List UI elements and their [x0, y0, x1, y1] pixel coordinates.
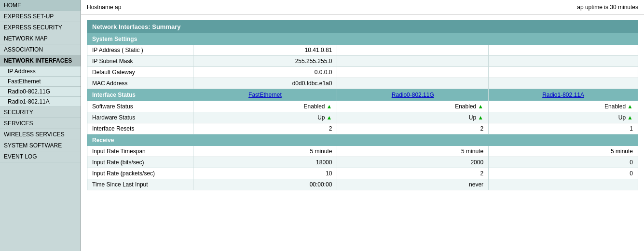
row-value-col3: Up▲	[489, 112, 638, 123]
system-settings-header: System Settings	[87, 33, 638, 45]
hostname-label: Hostname	[87, 4, 113, 11]
network-interfaces-table: Network Interfaces: Summary System Setti…	[87, 20, 638, 190]
sidebar-item-event-log[interactable]: EVENT LOG	[0, 151, 81, 162]
row-label: Input Rate Timespan	[87, 146, 193, 157]
table-row: Default Gateway 0.0.0.0	[87, 67, 638, 78]
row-value-col2: Enabled▲	[337, 101, 489, 112]
row-value-col2: 5 minute	[337, 146, 489, 157]
sidebar-item-home[interactable]: HOME	[0, 0, 81, 11]
row-value-col1: 00:00:00	[193, 179, 337, 190]
row-label: Default Gateway	[87, 67, 193, 78]
row-label: Input Rate (packets/sec)	[87, 168, 193, 179]
row-value-col1: 255.255.255.0	[193, 56, 337, 67]
table-row: IP Address ( Static ) 10.41.0.81	[87, 45, 638, 56]
row-value-col2: Up▲	[337, 112, 489, 123]
row-label: IP Subnet Mask	[87, 56, 193, 67]
table-row: Software Status Enabled▲ Enabled▲ Enable…	[87, 101, 638, 112]
up-arrow-icon: ▲	[327, 114, 332, 121]
row-value-col2: 2000	[337, 157, 489, 168]
table-row: Time Since Last Input 00:00:00 never	[87, 179, 638, 190]
table-row: IP Subnet Mask 255.255.255.0	[87, 56, 638, 67]
row-value-col2	[337, 45, 489, 56]
row-label: Hardware Status	[87, 112, 193, 123]
content-area: Network Interfaces: Summary System Setti…	[81, 15, 644, 251]
table-row: MAC Address d0d0.fdbc.e1a0	[87, 78, 638, 89]
row-value-col3: Enabled▲	[489, 101, 638, 112]
up-arrow-icon: ▲	[627, 103, 633, 110]
fastethernet-link[interactable]: FastEthernet	[248, 92, 282, 98]
uptime: ap uptime is 30 minutes	[577, 4, 638, 11]
hostname-value: ap	[115, 4, 121, 11]
sidebar-item-express-setup[interactable]: EXPRESS SET-UP	[0, 11, 81, 22]
table-row: Input Rate Timespan 5 minute 5 minute 5 …	[87, 146, 638, 157]
radio1-link[interactable]: Radio1-802.11A	[542, 92, 584, 98]
sidebar: HOMEEXPRESS SET-UPEXPRESS SECURITYNETWOR…	[0, 0, 81, 251]
up-arrow-icon: ▲	[627, 114, 633, 121]
sidebar-item-security[interactable]: SECURITY	[0, 107, 81, 118]
radio0-link[interactable]: Radio0-802.11G	[392, 92, 434, 98]
row-value-col3	[489, 78, 638, 89]
interface-status-header: Interface Status	[87, 89, 193, 101]
row-value-col3: 5 minute	[489, 146, 638, 157]
sidebar-item-association[interactable]: ASSOCIATION	[0, 44, 81, 55]
row-value-col1: 18000	[193, 157, 337, 168]
up-arrow-icon: ▲	[478, 114, 483, 121]
row-value-col1: 5 minute	[193, 146, 337, 157]
row-value-col1: d0d0.fdbc.e1a0	[193, 78, 337, 89]
sidebar-item-network-interfaces[interactable]: NETWORK INTERFACES	[0, 55, 81, 66]
sidebar-item-system-software[interactable]: SYSTEM SOFTWARE	[0, 140, 81, 151]
row-label: MAC Address	[87, 78, 193, 89]
row-value-col2	[337, 56, 489, 67]
up-arrow-icon: ▲	[327, 103, 332, 110]
row-value-col1: 10	[193, 168, 337, 179]
row-label: Software Status	[87, 101, 193, 112]
sidebar-item-services[interactable]: SERVICES	[0, 118, 81, 129]
row-value-col2: 2	[337, 168, 489, 179]
row-value-col2: never	[337, 179, 489, 190]
row-value-col2	[337, 67, 489, 78]
row-label: IP Address ( Static )	[87, 45, 193, 56]
row-value-col3	[489, 56, 638, 67]
receive-header: Receive	[87, 134, 638, 146]
sidebar-item-express-security[interactable]: EXPRESS SECURITY	[0, 22, 81, 33]
row-value-col1: Enabled▲	[193, 101, 337, 112]
row-value-col3	[489, 179, 638, 190]
col-radio0[interactable]: Radio0-802.11G	[337, 89, 489, 101]
col-fastethernet[interactable]: FastEthernet	[193, 89, 337, 101]
page-header: Hostname ap ap uptime is 30 minutes	[81, 0, 644, 15]
table-row: Input Rate (bits/sec) 18000 2000 0	[87, 157, 638, 168]
row-value-col3	[489, 67, 638, 78]
row-value-col1: Up▲	[193, 112, 337, 123]
sidebar-subitem-fastethernet[interactable]: FastEthernet	[0, 77, 81, 87]
row-value-col3: 0	[489, 157, 638, 168]
row-label: Input Rate (bits/sec)	[87, 157, 193, 168]
col-radio1[interactable]: Radio1-802.11A	[489, 89, 638, 101]
row-value-col1: 10.41.0.81	[193, 45, 337, 56]
table-title: Network Interfaces: Summary	[87, 20, 638, 34]
sidebar-subitem-ip-address[interactable]: IP Address	[0, 66, 81, 77]
row-value-col3	[489, 45, 638, 56]
sidebar-item-network-map[interactable]: NETWORK MAP	[0, 33, 81, 44]
up-arrow-icon: ▲	[478, 103, 483, 110]
row-label: Interface Resets	[87, 123, 193, 134]
row-label: Time Since Last Input	[87, 179, 193, 190]
sidebar-subitem-radio0[interactable]: Radio0-802.11G	[0, 87, 81, 97]
row-value-col1: 2	[193, 123, 337, 134]
sidebar-subitem-radio1[interactable]: Radio1-802.11A	[0, 97, 81, 107]
row-value-col3: 1	[489, 123, 638, 134]
sidebar-item-wireless-services[interactable]: WIRELESS SERVICES	[0, 129, 81, 140]
hostname: Hostname ap	[87, 4, 121, 11]
table-row: Input Rate (packets/sec) 10 2 0	[87, 168, 638, 179]
row-value-col2: 2	[337, 123, 489, 134]
row-value-col3: 0	[489, 168, 638, 179]
main-content: Hostname ap ap uptime is 30 minutes Netw…	[81, 0, 644, 251]
row-value-col2	[337, 78, 489, 89]
row-value-col1: 0.0.0.0	[193, 67, 337, 78]
table-row: Hardware Status Up▲ Up▲ Up▲	[87, 112, 638, 123]
table-row: Interface Resets 2 2 1	[87, 123, 638, 134]
